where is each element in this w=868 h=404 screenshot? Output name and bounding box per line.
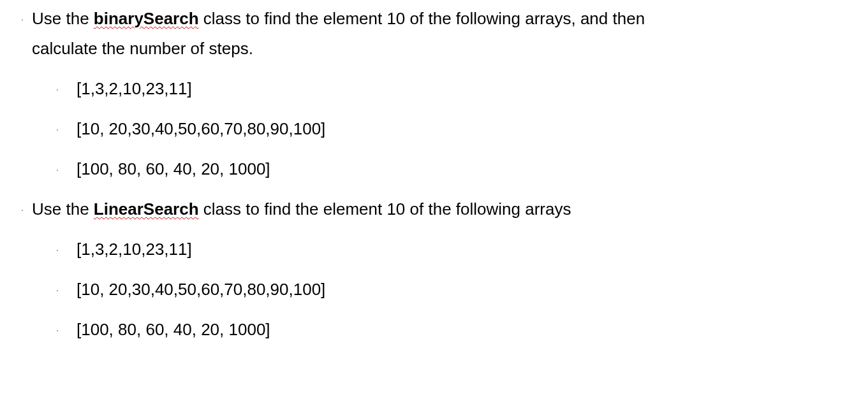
list-item: · [10, 20,30,40,50,60,70,80,90,100]: [13, 277, 842, 302]
bullet-icon: ·: [13, 277, 77, 297]
keyword-linearsearch: LinearSearch: [94, 199, 199, 219]
array-item: [10, 20,30,40,50,60,70,80,90,100]: [77, 117, 842, 141]
array-item: [10, 20,30,40,50,60,70,80,90,100]: [77, 277, 842, 302]
text-post: class to find the element 10 of the foll…: [199, 199, 571, 219]
bullet-icon: ·: [13, 117, 77, 136]
list-item: · [100, 80, 60, 40, 20, 1000]: [13, 317, 842, 342]
instruction-line-1-cont: calculate the number of steps.: [32, 36, 842, 61]
list-item: · Use the binarySearch class to find the…: [13, 6, 842, 31]
instruction-line-2: Use the LinearSearch class to find the e…: [32, 197, 842, 222]
text-pre: Use the: [32, 9, 94, 28]
list-item: · [10, 20,30,40,50,60,70,80,90,100]: [13, 117, 842, 141]
bullet-icon: ·: [13, 6, 32, 26]
list-item: · Use the LinearSearch class to find the…: [13, 197, 842, 222]
text-pre: Use the: [32, 199, 94, 219]
bullet-icon: ·: [13, 76, 77, 96]
text-post: class to find the element 10 of the foll…: [199, 9, 645, 28]
list-item: · [1,3,2,10,23,11]: [13, 237, 842, 262]
bullet-icon: ·: [13, 197, 32, 217]
bullet-icon: ·: [13, 237, 77, 257]
array-item: [100, 80, 60, 40, 20, 1000]: [77, 157, 842, 182]
bullet-icon: ·: [13, 317, 77, 337]
list-item: · [100, 80, 60, 40, 20, 1000]: [13, 157, 842, 182]
bullet-icon: ·: [13, 157, 77, 177]
array-item: [1,3,2,10,23,11]: [77, 76, 842, 101]
array-item: [100, 80, 60, 40, 20, 1000]: [77, 317, 842, 342]
array-item: [1,3,2,10,23,11]: [77, 237, 842, 262]
list-item: · [1,3,2,10,23,11]: [13, 76, 842, 101]
keyword-binarysearch: binarySearch: [94, 9, 199, 28]
instruction-line-1: Use the binarySearch class to find the e…: [32, 6, 842, 31]
